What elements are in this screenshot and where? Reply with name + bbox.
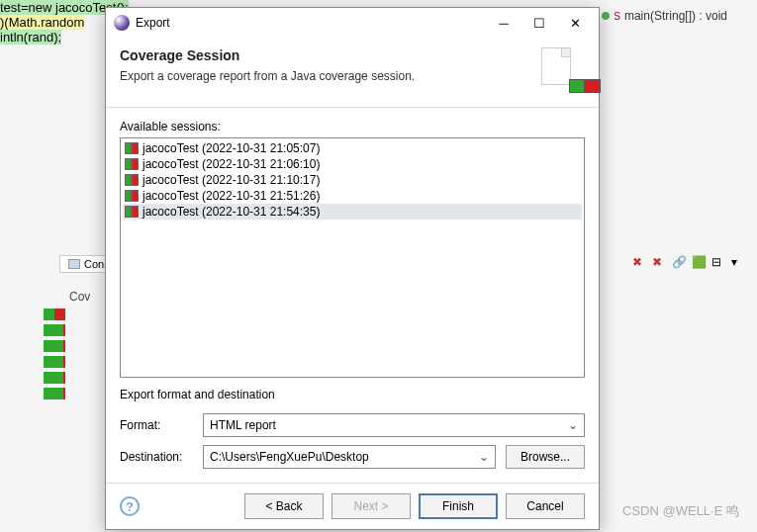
format-value: HTML report (210, 418, 276, 432)
finish-button[interactable]: Finish (419, 493, 498, 519)
destination-input[interactable]: C:\Users\FengXuePu\Desktop ⌄ (203, 445, 496, 469)
link-icon[interactable]: 🔗 (672, 255, 688, 271)
dialog-body: Available sessions: jacocoTest (2022-10-… (106, 108, 599, 483)
menu-icon[interactable]: ▾ (731, 255, 747, 271)
static-marker: S (614, 11, 620, 22)
remove-launch-icon[interactable]: ✖ (632, 255, 648, 271)
watermark: CSDN @WELL·E 鸣 (622, 502, 739, 520)
session-item[interactable]: jacocoTest (2022-10-31 21:10:17) (123, 172, 582, 188)
coverage-session-icon (125, 190, 139, 202)
coverage-export-icon (537, 47, 585, 95)
dialog-description: Export a coverage report from a Java cov… (120, 69, 537, 83)
dialog-footer: ? < Back Next > Finish Cancel (106, 483, 599, 529)
format-select[interactable]: HTML report ⌄ (203, 413, 585, 437)
session-item[interactable]: jacocoTest (2022-10-31 21:06:10) (123, 156, 582, 172)
coverage-session-icon (125, 174, 139, 186)
browse-button[interactable]: Browse... (506, 445, 585, 469)
dialog-header: Coverage Session Export a coverage repor… (106, 38, 599, 108)
sessions-label: Available sessions: (120, 120, 585, 133)
session-item[interactable]: jacocoTest (2022-10-31 21:51:26) (123, 188, 582, 204)
format-label: Format: (120, 418, 193, 432)
chevron-down-icon: ⌄ (568, 418, 578, 432)
minimize-button[interactable]: ─ (486, 10, 521, 36)
cancel-button[interactable]: Cancel (506, 493, 585, 519)
eclipse-icon (114, 15, 130, 31)
session-item[interactable]: jacocoTest (2022-10-31 21:54:35) (123, 204, 582, 220)
view-toolbar: ✖ ✖ 🔗 🟩 ⊟ ▾ (632, 255, 747, 271)
coverage-session-icon (125, 142, 139, 154)
help-button[interactable]: ? (120, 496, 140, 516)
method-icon (602, 12, 610, 20)
destination-label: Destination: (120, 450, 193, 464)
dialog-title: Export (136, 16, 486, 30)
session-item[interactable]: jacocoTest (2022-10-31 21:05:07) (123, 140, 582, 156)
maximize-button[interactable]: ☐ (521, 10, 557, 36)
console-icon (68, 259, 80, 269)
chevron-down-icon: ⌄ (479, 450, 489, 464)
outline-main-method[interactable]: S main(String[]) : void (602, 9, 727, 23)
close-button[interactable]: ✕ (557, 10, 593, 36)
session-icon[interactable]: 🟩 (692, 255, 708, 271)
dialog-heading: Coverage Session (120, 47, 537, 63)
export-dialog: Export ─ ☐ ✕ Coverage Session Export a c… (105, 7, 600, 530)
coverage-session-icon (125, 206, 139, 218)
destination-value: C:\Users\FengXuePu\Desktop (210, 450, 369, 464)
coverage-session-icon (125, 158, 139, 170)
sessions-list[interactable]: jacocoTest (2022-10-31 21:05:07)jacocoTe… (120, 137, 585, 378)
format-section-label: Export format and destination (120, 388, 585, 401)
collapse-icon[interactable]: ⊟ (711, 255, 727, 271)
next-button: Next > (331, 493, 411, 519)
titlebar: Export ─ ☐ ✕ (106, 8, 599, 38)
back-button[interactable]: < Back (244, 493, 324, 519)
coverage-column-header: Cov (69, 290, 90, 304)
coverage-rows (44, 309, 65, 399)
remove-all-icon[interactable]: ✖ (652, 255, 668, 271)
